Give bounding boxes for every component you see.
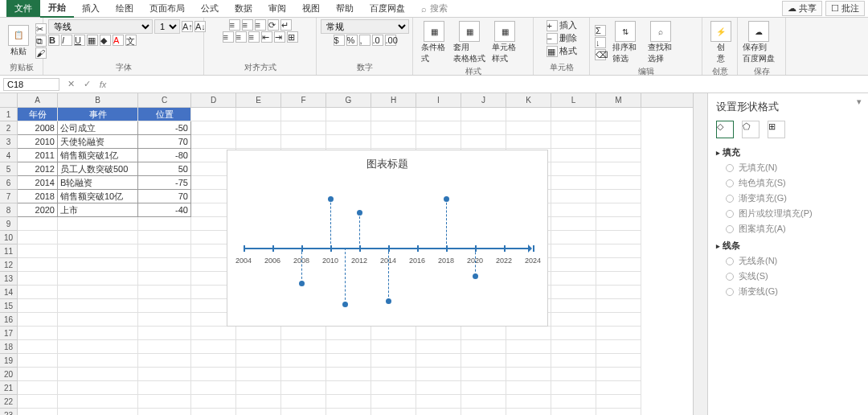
cell[interactable] <box>191 327 236 340</box>
cell[interactable] <box>191 395 236 409</box>
cell[interactable] <box>506 327 551 340</box>
col-header[interactable]: B <box>58 93 138 107</box>
cell[interactable] <box>281 354 326 368</box>
cell[interactable] <box>326 368 371 381</box>
cell[interactable] <box>461 327 506 340</box>
col-header[interactable]: L <box>551 93 596 107</box>
row-header[interactable]: 12 <box>0 258 17 272</box>
cell[interactable] <box>596 272 641 286</box>
cell[interactable] <box>551 203 596 217</box>
paste-button[interactable]: 📋 粘贴 <box>5 23 32 59</box>
size-tab-icon[interactable]: ⊞ <box>768 121 785 138</box>
cell[interactable]: B轮融资 <box>58 176 138 190</box>
tab-百度网盘[interactable]: 百度网盘 <box>362 0 413 17</box>
cell[interactable] <box>18 299 58 313</box>
comma-icon[interactable]: , <box>359 35 371 46</box>
percent-icon[interactable]: % <box>346 35 358 46</box>
cell[interactable] <box>281 340 326 354</box>
phonetic-icon[interactable]: 文 <box>125 35 137 46</box>
tab-页面布局[interactable]: 页面布局 <box>141 0 193 17</box>
cell[interactable] <box>596 149 641 162</box>
cell[interactable] <box>461 121 506 135</box>
align-right-icon[interactable]: ≡ <box>248 31 260 43</box>
cell[interactable] <box>551 395 596 409</box>
cell[interactable] <box>326 409 371 415</box>
cell[interactable] <box>551 272 596 286</box>
cell[interactable] <box>371 327 416 340</box>
share-button[interactable]: ☁ 共享 <box>782 1 822 16</box>
cell[interactable] <box>596 190 641 203</box>
cell[interactable] <box>281 135 326 149</box>
cell[interactable] <box>138 327 191 340</box>
name-box[interactable] <box>3 78 59 91</box>
cell[interactable] <box>551 313 596 327</box>
cell[interactable] <box>58 286 138 299</box>
row-header[interactable]: 6 <box>0 176 17 190</box>
cell[interactable] <box>191 381 236 395</box>
cell[interactable] <box>236 340 281 354</box>
col-header[interactable]: I <box>416 93 461 107</box>
cell[interactable] <box>191 135 236 149</box>
cell[interactable] <box>596 108 641 121</box>
align-top-icon[interactable]: ≡ <box>229 19 240 31</box>
cell[interactable] <box>551 354 596 368</box>
cell[interactable] <box>416 135 461 149</box>
cell[interactable] <box>236 409 281 415</box>
data-marker[interactable] <box>299 281 305 286</box>
cell[interactable] <box>596 244 641 258</box>
cell[interactable] <box>58 231 138 244</box>
format-option[interactable]: 无线条(N) <box>726 255 860 267</box>
cell[interactable] <box>326 395 371 409</box>
cell[interactable]: 上市 <box>58 203 138 217</box>
cell[interactable] <box>596 327 641 340</box>
save-cloud-button[interactable]: ☁保存到 百度网盘 <box>743 19 775 66</box>
cell[interactable] <box>416 354 461 368</box>
cell[interactable] <box>371 395 416 409</box>
cell[interactable] <box>138 299 191 313</box>
comment-button[interactable]: ☐ 批注 <box>825 1 865 16</box>
cell[interactable]: 位置 <box>138 108 191 121</box>
cell[interactable] <box>18 258 58 272</box>
fill-color-icon[interactable]: ◆ <box>100 35 111 46</box>
cell[interactable] <box>191 354 236 368</box>
line-section[interactable]: 线条 <box>716 240 860 252</box>
align-center-icon[interactable]: ≡ <box>235 31 247 43</box>
cell[interactable] <box>138 272 191 286</box>
cell[interactable] <box>506 354 551 368</box>
cell[interactable]: -75 <box>138 176 191 190</box>
row-header[interactable]: 17 <box>0 327 17 340</box>
cell[interactable] <box>596 286 641 299</box>
cell[interactable] <box>58 244 138 258</box>
col-header[interactable]: F <box>281 93 326 107</box>
cell[interactable] <box>551 286 596 299</box>
cell[interactable]: 50 <box>138 162 191 176</box>
row-header[interactable]: 10 <box>0 231 17 244</box>
cell[interactable]: -50 <box>138 121 191 135</box>
cell-style-button[interactable]: ▦单元格样式 <box>489 19 521 66</box>
cell[interactable] <box>58 340 138 354</box>
row-header[interactable]: 23 <box>0 409 17 415</box>
cell[interactable] <box>281 121 326 135</box>
fill-icon[interactable]: ↓ <box>595 37 606 48</box>
cell[interactable] <box>138 286 191 299</box>
row-header[interactable]: 8 <box>0 203 17 217</box>
cell[interactable]: 销售额突破10亿 <box>58 190 138 203</box>
cell[interactable] <box>58 313 138 327</box>
cell[interactable]: 事件 <box>58 108 138 121</box>
cell[interactable] <box>461 381 506 395</box>
cell[interactable] <box>506 409 551 415</box>
cell[interactable] <box>596 203 641 217</box>
row-header[interactable]: 21 <box>0 381 17 395</box>
sort-filter-button[interactable]: ⇅排序和筛选 <box>609 19 641 66</box>
cell[interactable] <box>18 231 58 244</box>
cell[interactable] <box>371 108 416 121</box>
cell[interactable]: 2010 <box>18 135 58 149</box>
cell[interactable]: 年份 <box>18 108 58 121</box>
cell[interactable] <box>236 108 281 121</box>
cell[interactable] <box>58 217 138 231</box>
cell[interactable]: -40 <box>138 203 191 217</box>
cell[interactable] <box>371 340 416 354</box>
cell[interactable] <box>138 313 191 327</box>
cell[interactable] <box>236 121 281 135</box>
cell[interactable]: 2012 <box>18 162 58 176</box>
